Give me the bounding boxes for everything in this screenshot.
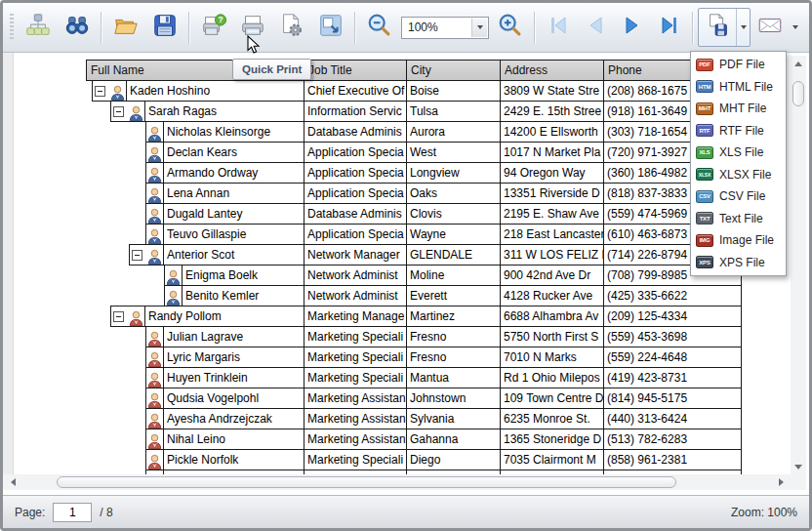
full-name-text: Julian Lagrave xyxy=(163,327,304,347)
name-cell: Declan Kears xyxy=(86,143,304,163)
full-name-text: Ayesha Andrzejczak xyxy=(163,409,304,429)
name-cell: Nicholas Kleinsorge xyxy=(86,122,304,143)
toolbar-separator xyxy=(534,12,536,44)
address-cell: 6235 Monroe St. xyxy=(501,409,604,429)
address-cell: 7035 Clairmont M xyxy=(501,450,604,470)
arrow-up-icon xyxy=(794,61,802,66)
table-row: Teuvo GillaspieApplication SpeciaWayne21… xyxy=(86,225,742,245)
last-page-button[interactable] xyxy=(652,9,687,46)
full-name-text: Randy Pollom xyxy=(144,306,304,327)
scale-icon xyxy=(317,12,345,43)
combo-dropdown-button[interactable] xyxy=(471,19,487,37)
print-button[interactable]: ? xyxy=(195,9,232,46)
zoom-level-combo[interactable]: 100% xyxy=(401,17,489,39)
name-cell: Ayesha Andrzejczak xyxy=(86,409,304,429)
person-icon xyxy=(109,81,126,102)
send-email-button[interactable] xyxy=(751,9,789,46)
city-cell: Tulsa xyxy=(407,102,501,122)
person-icon xyxy=(146,143,163,163)
export-dropdown-button[interactable] xyxy=(736,9,750,46)
menu-item-htm[interactable]: HTMHTML File xyxy=(691,76,786,99)
menu-item-label: XLS File xyxy=(719,145,763,159)
address-cell: 900 42nd Ave Dr xyxy=(501,266,604,286)
tooltip-text: Quick Print xyxy=(242,63,302,75)
phone-cell: (425) 335-6622 xyxy=(604,286,742,306)
job-cell: Network Administ xyxy=(304,286,407,306)
city-cell: Fresno xyxy=(407,347,501,368)
scroll-up-button[interactable] xyxy=(791,56,806,71)
page-number-input[interactable] xyxy=(53,503,92,522)
menu-item-xls[interactable]: XLSXLS File xyxy=(691,142,786,164)
city-cell: Martinez xyxy=(407,306,501,327)
export-document-button[interactable] xyxy=(699,9,736,46)
address-cell: 1017 N Market Pla xyxy=(501,143,604,163)
city-cell: Everett xyxy=(407,286,501,306)
menu-item-pdf[interactable]: PDFPDF File xyxy=(691,54,786,76)
address-cell: 94 Oregon Way xyxy=(501,163,604,184)
toolbar-grip[interactable] xyxy=(10,14,14,41)
page-setup-icon xyxy=(278,12,305,43)
grid-body: Kaden HoshinoChief Executive OfBoise3809… xyxy=(86,81,742,474)
scroll-left-button[interactable] xyxy=(5,474,20,490)
scroll-down-button[interactable] xyxy=(791,459,806,474)
grid-header: Full NameJob TitleCityAddressPhone xyxy=(86,60,742,81)
next-page-button[interactable] xyxy=(615,9,650,46)
job-cell: Marketing Speciali xyxy=(304,327,407,347)
collapse-glyph xyxy=(130,250,146,261)
previous-page-button[interactable] xyxy=(578,9,613,46)
person-icon xyxy=(128,306,144,327)
person-icon xyxy=(165,266,182,286)
email-dropdown-button[interactable] xyxy=(789,9,801,46)
phone-cell: (559) 224-4648 xyxy=(604,347,742,368)
page-label: Page: xyxy=(15,506,45,519)
arrow-left-icon xyxy=(11,478,16,486)
next-page-icon xyxy=(620,13,645,42)
city-cell: Johnstown xyxy=(407,388,501,409)
page-setup-button[interactable] xyxy=(273,9,310,46)
menu-item-csv[interactable]: CSVCSV File xyxy=(691,185,786,208)
address-cell: 109 Town Centre D xyxy=(501,388,604,409)
menu-item-xlsx[interactable]: XLSXXLSX File xyxy=(691,164,786,186)
name-cell: Anterior Scot xyxy=(86,245,304,266)
horizontal-scrollbar[interactable] xyxy=(3,474,791,490)
zoom-in-button[interactable] xyxy=(492,9,529,46)
envelope-icon xyxy=(756,12,784,43)
full-name-text: Dugald Lantey xyxy=(163,204,304,225)
table-row: Anterior ScotNetwork ManagerGLENDALE311 … xyxy=(86,245,742,266)
toolbar-separator xyxy=(692,12,694,44)
address-cell: 4128 Rucker Ave xyxy=(501,286,604,306)
menu-item-label: HTML File xyxy=(719,80,773,94)
search-button[interactable] xyxy=(59,9,96,46)
open-document-button[interactable] xyxy=(107,9,144,46)
first-page-button[interactable] xyxy=(541,9,576,46)
address-cell: 13351 Riverside D xyxy=(501,184,604,204)
toolbar-separator xyxy=(188,12,190,44)
scale-button[interactable] xyxy=(312,9,349,46)
table-row: Armando OrdwayApplication SpeciaLongview… xyxy=(86,163,742,184)
name-cell: Sarah Ragas xyxy=(86,102,304,122)
menu-item-img[interactable]: IMGImage File xyxy=(691,229,786,252)
job-cell: Marketing Manage xyxy=(304,306,407,327)
vertical-scrollbar[interactable] xyxy=(791,56,806,474)
zoom-out-button[interactable] xyxy=(361,9,398,46)
name-cell: Benito Kemler xyxy=(86,286,304,306)
customize-button[interactable] xyxy=(20,9,57,46)
name-cell: Armando Ordway xyxy=(86,163,304,184)
menu-item-rtf[interactable]: RTFRTF File xyxy=(691,120,786,143)
menu-item-txt[interactable]: TXTText File xyxy=(691,208,786,230)
collapse-glyph xyxy=(93,86,109,97)
address-cell: 5750 North First S xyxy=(501,327,604,347)
full-name-text: Teuvo Gillaspie xyxy=(163,225,304,245)
scroll-right-button[interactable] xyxy=(773,474,789,490)
vertical-scroll-thumb[interactable] xyxy=(792,81,804,106)
pdf-file-icon: PDF xyxy=(696,59,713,71)
menu-item-xps[interactable]: XPSXPS File xyxy=(691,252,786,274)
zoom-level-value: 100% xyxy=(408,20,438,34)
table-row: Ayesha AndrzejczakMarketing AssistanSylv… xyxy=(86,409,742,429)
page-total: / 8 xyxy=(100,506,112,519)
save-document-button[interactable] xyxy=(146,9,183,46)
horizontal-scroll-thumb[interactable] xyxy=(57,476,676,488)
xlsx-file-icon: XLSX xyxy=(696,168,713,181)
menu-item-mht[interactable]: MHTMHT File xyxy=(691,98,786,120)
previous-page-icon xyxy=(583,13,608,42)
